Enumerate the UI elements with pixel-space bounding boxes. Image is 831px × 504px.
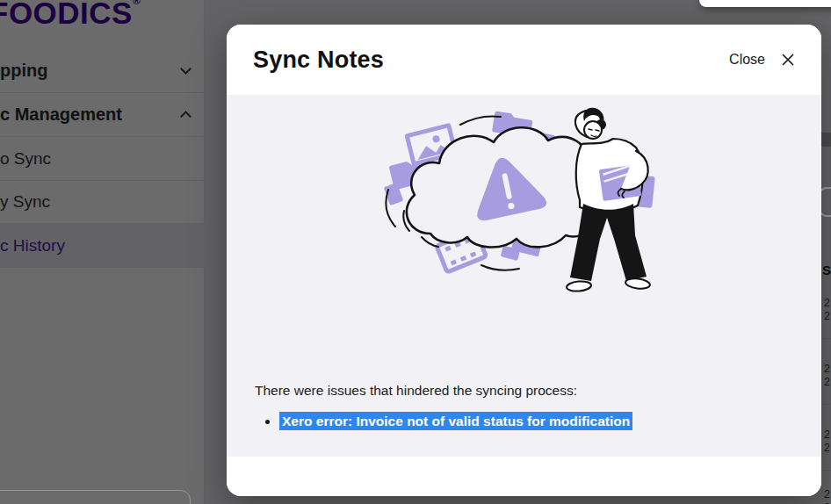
background-card-outline	[0, 490, 191, 504]
modal-body: There were issues that hindered the sync…	[227, 95, 821, 457]
top-right-white-bar	[699, 0, 831, 7]
person-figure	[567, 108, 651, 292]
modal-title: Sync Notes	[253, 47, 384, 74]
cloud-sync-warning-illustration	[376, 105, 668, 306]
close-button-label[interactable]: Close	[729, 52, 765, 68]
close-button[interactable]: Close	[729, 52, 795, 68]
modal-header: Sync Notes Close	[227, 25, 821, 95]
modal-footer	[227, 457, 821, 496]
error-list-item: Xero error: Invoice not of valid status …	[279, 411, 632, 432]
error-text-selected: Xero error: Invoice not of valid status …	[279, 412, 632, 430]
sync-issues-message: There were issues that hindered the sync…	[255, 383, 577, 399]
sync-notes-modal: Sync Notes Close	[227, 25, 821, 496]
close-icon[interactable]	[781, 53, 795, 67]
error-list: Xero error: Invoice not of valid status …	[255, 411, 632, 432]
screen: FOODICS® pping c Management o Sync y Syn…	[0, 0, 831, 504]
